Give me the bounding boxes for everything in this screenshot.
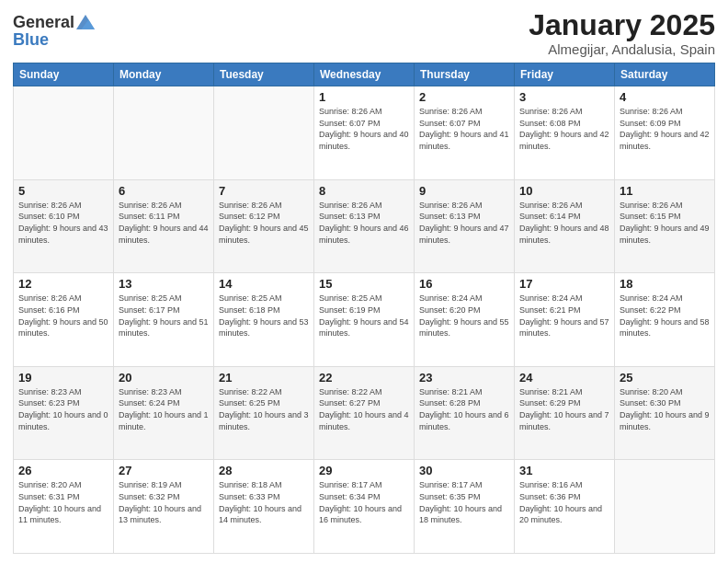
day-info: Sunrise: 8:16 AM Sunset: 6:36 PM Dayligh… bbox=[519, 479, 609, 525]
day-info: Sunrise: 8:17 AM Sunset: 6:35 PM Dayligh… bbox=[419, 479, 509, 525]
day-number: 15 bbox=[319, 277, 409, 291]
day-number: 2 bbox=[419, 90, 509, 104]
day-info: Sunrise: 8:24 AM Sunset: 6:21 PM Dayligh… bbox=[519, 293, 609, 339]
day-info: Sunrise: 8:20 AM Sunset: 6:31 PM Dayligh… bbox=[18, 479, 108, 525]
day-number: 19 bbox=[18, 371, 108, 385]
logo-icon bbox=[76, 13, 95, 31]
day-number: 20 bbox=[119, 371, 209, 385]
table-row: 12Sunrise: 8:26 AM Sunset: 6:16 PM Dayli… bbox=[14, 273, 114, 367]
day-number: 22 bbox=[319, 371, 409, 385]
day-info: Sunrise: 8:22 AM Sunset: 6:27 PM Dayligh… bbox=[319, 386, 409, 432]
day-info: Sunrise: 8:24 AM Sunset: 6:20 PM Dayligh… bbox=[419, 293, 509, 339]
day-info: Sunrise: 8:23 AM Sunset: 6:24 PM Dayligh… bbox=[119, 386, 209, 432]
day-number: 29 bbox=[319, 464, 409, 477]
day-number: 21 bbox=[219, 371, 309, 385]
day-number: 5 bbox=[18, 184, 108, 198]
table-row: 7Sunrise: 8:26 AM Sunset: 6:12 PM Daylig… bbox=[214, 179, 314, 273]
day-info: Sunrise: 8:21 AM Sunset: 6:28 PM Dayligh… bbox=[419, 386, 509, 432]
day-number: 14 bbox=[219, 277, 309, 291]
table-row: 18Sunrise: 8:24 AM Sunset: 6:22 PM Dayli… bbox=[615, 273, 715, 367]
day-number: 6 bbox=[119, 184, 209, 198]
day-info: Sunrise: 8:26 AM Sunset: 6:11 PM Dayligh… bbox=[119, 200, 209, 246]
table-row: 21Sunrise: 8:22 AM Sunset: 6:25 PM Dayli… bbox=[214, 366, 314, 460]
table-row: 3Sunrise: 8:26 AM Sunset: 6:08 PM Daylig… bbox=[515, 86, 615, 180]
day-number: 9 bbox=[419, 184, 509, 198]
header-tuesday: Tuesday bbox=[214, 63, 314, 86]
day-number: 16 bbox=[419, 277, 509, 291]
day-info: Sunrise: 8:26 AM Sunset: 6:13 PM Dayligh… bbox=[419, 200, 509, 246]
table-row: 13Sunrise: 8:25 AM Sunset: 6:17 PM Dayli… bbox=[114, 273, 214, 367]
calendar-week-row: 5Sunrise: 8:26 AM Sunset: 6:10 PM Daylig… bbox=[14, 179, 715, 273]
table-row bbox=[214, 86, 314, 180]
day-number: 26 bbox=[18, 464, 108, 477]
table-row: 9Sunrise: 8:26 AM Sunset: 6:13 PM Daylig… bbox=[415, 179, 515, 273]
page: General Blue January 2025 Almegijar, And… bbox=[0, 0, 728, 563]
table-row: 4Sunrise: 8:26 AM Sunset: 6:09 PM Daylig… bbox=[615, 86, 715, 180]
logo-general: General bbox=[13, 14, 74, 30]
day-number: 27 bbox=[119, 464, 209, 477]
table-row: 2Sunrise: 8:26 AM Sunset: 6:07 PM Daylig… bbox=[415, 86, 515, 180]
day-number: 25 bbox=[620, 371, 710, 385]
day-number: 8 bbox=[319, 184, 409, 198]
day-number: 3 bbox=[519, 90, 609, 104]
header: General Blue January 2025 Almegijar, And… bbox=[13, 9, 715, 57]
day-info: Sunrise: 8:22 AM Sunset: 6:25 PM Dayligh… bbox=[219, 386, 309, 432]
table-row: 20Sunrise: 8:23 AM Sunset: 6:24 PM Dayli… bbox=[114, 366, 214, 460]
day-number: 24 bbox=[519, 371, 609, 385]
day-info: Sunrise: 8:26 AM Sunset: 6:07 PM Dayligh… bbox=[419, 106, 509, 152]
day-number: 10 bbox=[519, 184, 609, 198]
day-info: Sunrise: 8:26 AM Sunset: 6:10 PM Dayligh… bbox=[18, 200, 108, 246]
day-number: 18 bbox=[620, 277, 710, 291]
day-info: Sunrise: 8:23 AM Sunset: 6:23 PM Dayligh… bbox=[18, 386, 108, 432]
table-row: 28Sunrise: 8:18 AM Sunset: 6:33 PM Dayli… bbox=[214, 460, 314, 554]
header-sunday: Sunday bbox=[14, 63, 114, 86]
day-info: Sunrise: 8:21 AM Sunset: 6:29 PM Dayligh… bbox=[519, 386, 609, 432]
day-number: 30 bbox=[419, 464, 509, 477]
table-row: 16Sunrise: 8:24 AM Sunset: 6:20 PM Dayli… bbox=[415, 273, 515, 367]
day-number: 1 bbox=[319, 90, 409, 104]
table-row: 25Sunrise: 8:20 AM Sunset: 6:30 PM Dayli… bbox=[615, 366, 715, 460]
table-row: 30Sunrise: 8:17 AM Sunset: 6:35 PM Dayli… bbox=[415, 460, 515, 554]
day-info: Sunrise: 8:24 AM Sunset: 6:22 PM Dayligh… bbox=[620, 293, 710, 339]
day-info: Sunrise: 8:18 AM Sunset: 6:33 PM Dayligh… bbox=[219, 479, 309, 525]
table-row: 17Sunrise: 8:24 AM Sunset: 6:21 PM Dayli… bbox=[515, 273, 615, 367]
table-row: 1Sunrise: 8:26 AM Sunset: 6:07 PM Daylig… bbox=[314, 86, 415, 180]
table-row: 22Sunrise: 8:22 AM Sunset: 6:27 PM Dayli… bbox=[314, 366, 415, 460]
day-number: 12 bbox=[18, 277, 108, 291]
header-monday: Monday bbox=[114, 63, 214, 86]
calendar-week-row: 1Sunrise: 8:26 AM Sunset: 6:07 PM Daylig… bbox=[14, 86, 715, 180]
table-row: 19Sunrise: 8:23 AM Sunset: 6:23 PM Dayli… bbox=[14, 366, 114, 460]
day-number: 4 bbox=[620, 90, 710, 104]
table-row: 5Sunrise: 8:26 AM Sunset: 6:10 PM Daylig… bbox=[14, 179, 114, 273]
table-row bbox=[114, 86, 214, 180]
day-info: Sunrise: 8:25 AM Sunset: 6:19 PM Dayligh… bbox=[319, 293, 409, 339]
calendar-table: Sunday Monday Tuesday Wednesday Thursday… bbox=[13, 63, 715, 554]
day-number: 17 bbox=[519, 277, 609, 291]
day-number: 11 bbox=[620, 184, 710, 198]
day-number: 28 bbox=[219, 464, 309, 477]
calendar-subtitle: Almegijar, Andalusia, Spain bbox=[529, 41, 715, 57]
table-row: 14Sunrise: 8:25 AM Sunset: 6:18 PM Dayli… bbox=[214, 273, 314, 367]
day-info: Sunrise: 8:25 AM Sunset: 6:18 PM Dayligh… bbox=[219, 293, 309, 339]
table-row: 10Sunrise: 8:26 AM Sunset: 6:14 PM Dayli… bbox=[515, 179, 615, 273]
calendar-header-row: Sunday Monday Tuesday Wednesday Thursday… bbox=[14, 63, 715, 86]
calendar-week-row: 12Sunrise: 8:26 AM Sunset: 6:16 PM Dayli… bbox=[14, 273, 715, 367]
header-thursday: Thursday bbox=[415, 63, 515, 86]
day-info: Sunrise: 8:26 AM Sunset: 6:07 PM Dayligh… bbox=[319, 106, 409, 152]
table-row: 15Sunrise: 8:25 AM Sunset: 6:19 PM Dayli… bbox=[314, 273, 415, 367]
table-row: 23Sunrise: 8:21 AM Sunset: 6:28 PM Dayli… bbox=[415, 366, 515, 460]
day-number: 23 bbox=[419, 371, 509, 385]
day-number: 13 bbox=[119, 277, 209, 291]
table-row: 6Sunrise: 8:26 AM Sunset: 6:11 PM Daylig… bbox=[114, 179, 214, 273]
header-wednesday: Wednesday bbox=[314, 63, 415, 86]
day-info: Sunrise: 8:26 AM Sunset: 6:12 PM Dayligh… bbox=[219, 200, 309, 246]
table-row: 11Sunrise: 8:26 AM Sunset: 6:15 PM Dayli… bbox=[615, 179, 715, 273]
day-info: Sunrise: 8:20 AM Sunset: 6:30 PM Dayligh… bbox=[620, 386, 710, 432]
calendar-title: January 2025 bbox=[529, 9, 715, 41]
table-row: 29Sunrise: 8:17 AM Sunset: 6:34 PM Dayli… bbox=[314, 460, 415, 554]
title-block: January 2025 Almegijar, Andalusia, Spain bbox=[529, 9, 715, 57]
table-row: 8Sunrise: 8:26 AM Sunset: 6:13 PM Daylig… bbox=[314, 179, 415, 273]
day-info: Sunrise: 8:26 AM Sunset: 6:09 PM Dayligh… bbox=[620, 106, 710, 152]
header-saturday: Saturday bbox=[615, 63, 715, 86]
day-info: Sunrise: 8:17 AM Sunset: 6:34 PM Dayligh… bbox=[319, 479, 409, 525]
